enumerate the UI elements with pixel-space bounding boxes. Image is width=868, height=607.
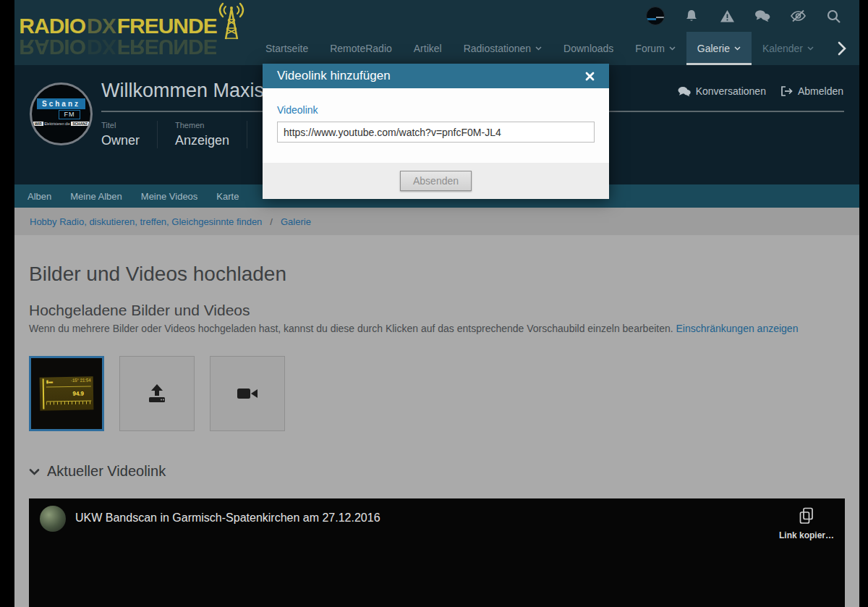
uploaded-image-thumbnail[interactable]: ▮▬-15° 21:54 94.9 bbox=[29, 356, 104, 431]
logout-link[interactable]: Abmelden bbox=[780, 85, 843, 97]
chat-bubbles-icon[interactable] bbox=[754, 9, 771, 22]
channel-avatar[interactable] bbox=[40, 506, 66, 532]
player-top-bar: UKW Bandscan in Garmisch-Spatenkirchen a… bbox=[29, 498, 845, 548]
logo-reflection: RADIODXFREUNDE bbox=[19, 35, 216, 59]
page-title: Bilder und Videos hochladen bbox=[29, 263, 845, 286]
modal-footer: Absenden bbox=[263, 163, 609, 199]
search-icon[interactable] bbox=[825, 9, 842, 23]
breadcrumb-separator: / bbox=[270, 216, 273, 227]
stat-titel: Titel Owner bbox=[101, 121, 157, 148]
submit-button[interactable]: Absenden bbox=[400, 171, 472, 191]
avatar-tagline: WIR Elektrisieren die SCHANZ bbox=[32, 122, 90, 126]
site-logo[interactable]: RADIODXFREUNDE RADIODXFREUNDE bbox=[14, 0, 255, 65]
nav-item-artikel[interactable]: Artikel bbox=[403, 32, 453, 65]
nav-item-kalender[interactable]: Kalender bbox=[752, 32, 825, 65]
user-quick-actions: Konversationen Abmelden bbox=[678, 85, 843, 97]
upload-icon bbox=[146, 384, 168, 403]
subnav-karte[interactable]: Karte bbox=[207, 191, 248, 202]
breadcrumb-galerie-link[interactable]: Galerie bbox=[281, 216, 311, 227]
nav-item-remoteradio[interactable]: RemoteRadio bbox=[319, 32, 403, 65]
chat-bubble-icon bbox=[678, 86, 691, 97]
nav-item-forum[interactable]: Forum bbox=[624, 32, 686, 65]
uploaded-section-title: Hochgeladene Bilder und Videos bbox=[29, 302, 845, 319]
avatar-text-schanz: Schanz bbox=[37, 98, 85, 109]
modal-body: Videolink bbox=[263, 88, 609, 163]
eye-slash-icon[interactable] bbox=[789, 9, 807, 22]
current-videolink-toggle[interactable]: Aktueller Videolink bbox=[29, 463, 845, 480]
site-header: RADIODXFREUNDE RADIODXFREUNDE bbox=[14, 0, 859, 65]
nav-item-startseite[interactable]: Startseite bbox=[255, 32, 319, 65]
radio-tower-icon bbox=[213, 1, 250, 42]
avatar-text-fm: FM bbox=[59, 110, 80, 119]
chevron-down-icon bbox=[734, 46, 741, 51]
nav-item-downloads[interactable]: Downloads bbox=[553, 32, 624, 65]
modal-title: Videolink hinzufügen bbox=[277, 69, 585, 83]
chevron-down-icon bbox=[535, 46, 542, 51]
videolink-input[interactable] bbox=[277, 122, 595, 143]
breadcrumb-forum-link[interactable]: Hobby Radio, diskutieren, treffen, Gleic… bbox=[30, 216, 262, 227]
copy-link-button[interactable]: Link kopier… bbox=[779, 506, 834, 540]
add-video-button[interactable] bbox=[210, 356, 285, 431]
upload-thumbnails: ▮▬-15° 21:54 94.9 bbox=[29, 356, 845, 431]
chevron-down-icon bbox=[807, 46, 814, 51]
chevron-right-icon bbox=[838, 41, 846, 56]
upload-image-button[interactable] bbox=[119, 356, 195, 431]
radio-display-photo: ▮▬-15° 21:54 94.9 bbox=[40, 376, 94, 410]
video-title[interactable]: UKW Bandscan in Garmisch-Spatenkirchen a… bbox=[75, 512, 380, 525]
conversations-link[interactable]: Konversationen bbox=[678, 85, 766, 97]
breadcrumb: Hobby Radio, diskutieren, treffen, Gleic… bbox=[14, 208, 859, 235]
nav-item-radiostationen[interactable]: Radiostationen bbox=[453, 32, 553, 65]
videolink-field-label: Videolink bbox=[277, 104, 595, 116]
main-content: Bilder und Videos hochladen Hochgeladene… bbox=[14, 263, 859, 607]
warning-icon[interactable] bbox=[718, 9, 736, 23]
chevron-down-icon bbox=[29, 468, 40, 475]
restrictions-link[interactable]: Einschränkungen anzeigen bbox=[676, 323, 799, 334]
copy-icon bbox=[799, 507, 814, 525]
logout-icon bbox=[780, 85, 793, 97]
nav-overflow-arrow[interactable] bbox=[825, 32, 859, 65]
close-icon[interactable] bbox=[585, 72, 595, 81]
uploaded-section-description: Wenn du mehrere Bilder oder Videos hochg… bbox=[29, 323, 845, 334]
subnav-alben[interactable]: Alben bbox=[27, 191, 61, 202]
chevron-down-icon bbox=[669, 46, 676, 51]
header-right: Startseite RemoteRadio Artikel Radiostat… bbox=[255, 0, 859, 65]
stat-themen: Themen Anzeigen bbox=[157, 121, 247, 148]
main-navigation: Startseite RemoteRadio Artikel Radiostat… bbox=[255, 32, 859, 65]
user-profile-avatar[interactable]: Schanz FM WIR Elektrisieren die SCHANZ bbox=[30, 82, 93, 145]
video-camera-icon bbox=[237, 386, 258, 401]
header-icon-bar bbox=[255, 0, 859, 32]
nav-item-galerie[interactable]: Galerie bbox=[686, 32, 752, 65]
user-avatar-icon[interactable] bbox=[646, 7, 665, 25]
subnav-meine-alben[interactable]: Meine Alben bbox=[61, 191, 132, 202]
modal-header: Videolink hinzufügen bbox=[263, 64, 609, 88]
bell-icon[interactable] bbox=[683, 9, 700, 23]
youtube-player-embed[interactable]: UKW Bandscan in Garmisch-Spatenkirchen a… bbox=[29, 498, 845, 607]
videolink-modal: Videolink hinzufügen Videolink Absenden bbox=[263, 64, 609, 199]
subnav-meine-videos[interactable]: Meine Videos bbox=[132, 191, 208, 202]
